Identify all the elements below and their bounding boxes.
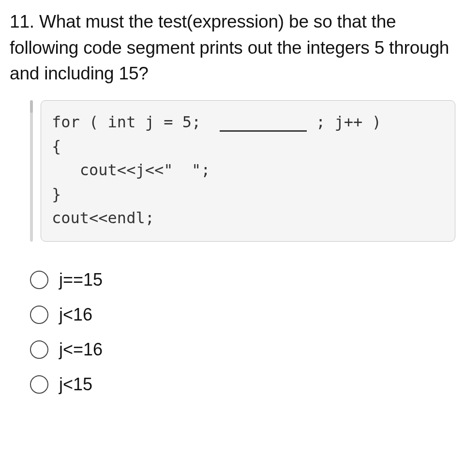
code-line-5: cout<<endl; bbox=[52, 209, 154, 227]
code-block-wrap: for ( int j = 5; ; j++ ) { cout<<j<<" ";… bbox=[30, 100, 455, 242]
option-2[interactable]: j<16 bbox=[30, 306, 455, 324]
radio-icon[interactable] bbox=[30, 306, 48, 324]
radio-icon[interactable] bbox=[30, 271, 48, 289]
option-label: j<=16 bbox=[59, 341, 103, 358]
code-line-3: cout<<j<<" "; bbox=[52, 161, 210, 179]
option-label: j<15 bbox=[59, 376, 92, 393]
code-line-1b: ; j++ ) bbox=[307, 113, 381, 131]
code-block: for ( int j = 5; ; j++ ) { cout<<j<<" ";… bbox=[41, 100, 455, 242]
radio-icon[interactable] bbox=[30, 340, 48, 359]
code-line-1a: for ( int j = 5; bbox=[52, 113, 220, 131]
option-label: j==15 bbox=[59, 271, 103, 289]
question-text: 11. What must the test(expression) be so… bbox=[10, 9, 455, 87]
option-4[interactable]: j<15 bbox=[30, 375, 455, 394]
radio-icon[interactable] bbox=[30, 375, 48, 394]
option-1[interactable]: j==15 bbox=[30, 271, 455, 289]
options-group: j==15 j<16 j<=16 j<15 bbox=[30, 271, 455, 394]
option-3[interactable]: j<=16 bbox=[30, 340, 455, 359]
blank-underline bbox=[220, 130, 307, 132]
option-label: j<16 bbox=[59, 306, 92, 323]
code-line-2: { bbox=[52, 137, 61, 155]
code-line-4: } bbox=[52, 185, 61, 203]
